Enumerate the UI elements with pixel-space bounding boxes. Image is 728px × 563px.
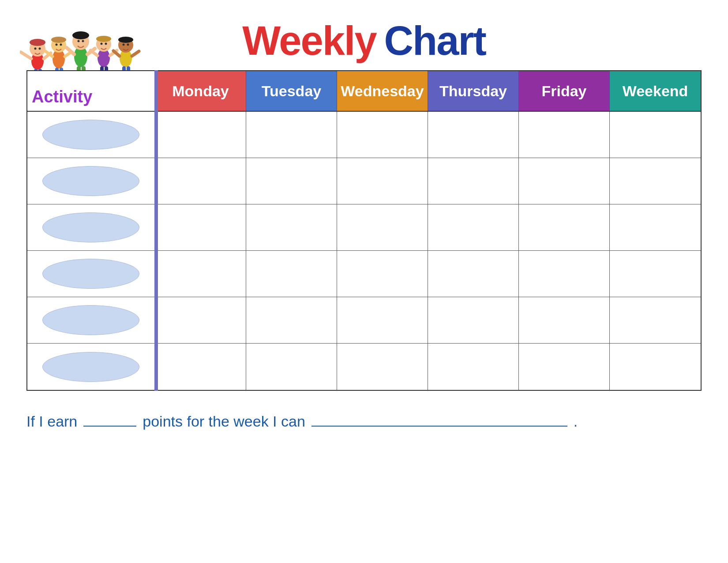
friday-cell-4 — [519, 251, 610, 297]
activity-oval-4 — [42, 259, 139, 289]
wednesday-label: Wednesday — [341, 83, 424, 100]
tuesday-cell-1 — [246, 112, 337, 158]
svg-point-8 — [39, 48, 41, 50]
activity-cell-1 — [27, 112, 155, 158]
chart-header: Activity Monday Tuesday Wednesday Thursd… — [27, 71, 701, 112]
table-row — [27, 251, 701, 297]
svg-point-40 — [101, 43, 103, 45]
svg-point-52 — [127, 44, 129, 46]
footer-blank-long[interactable] — [311, 426, 567, 427]
table-row — [27, 344, 701, 390]
friday-cell-5 — [519, 297, 610, 343]
monday-header: Monday — [155, 71, 246, 111]
tuesday-label: Tuesday — [262, 83, 321, 100]
monday-cell-4 — [155, 251, 246, 297]
wednesday-cell-2 — [337, 158, 428, 204]
thursday-cell-4 — [428, 251, 519, 297]
wednesday-cell-4 — [337, 251, 428, 297]
table-row — [27, 204, 701, 251]
thursday-header: Thursday — [428, 71, 519, 111]
thursday-cell-2 — [428, 158, 519, 204]
wednesday-cell-1 — [337, 112, 428, 158]
chart-table: Activity Monday Tuesday Wednesday Thursd… — [26, 70, 702, 391]
svg-point-29 — [78, 40, 80, 42]
activity-cell-6 — [27, 344, 155, 390]
weekend-label: Weekend — [623, 83, 688, 100]
chart-body — [27, 112, 701, 390]
weekend-cell-1 — [610, 112, 701, 158]
activity-oval-6 — [42, 352, 139, 382]
tuesday-cell-2 — [246, 158, 337, 204]
svg-point-13 — [51, 37, 66, 43]
footer-blank-short[interactable] — [83, 426, 136, 427]
weekend-cell-2 — [610, 158, 701, 204]
friday-cell-3 — [519, 204, 610, 250]
weekly-chart: Activity Monday Tuesday Wednesday Thursd… — [26, 70, 702, 391]
wednesday-header: Wednesday — [337, 71, 428, 111]
monday-cell-3 — [155, 204, 246, 250]
svg-point-51 — [123, 44, 125, 46]
svg-point-30 — [82, 40, 84, 42]
tuesday-header: Tuesday — [246, 71, 337, 111]
title-weekly: Weekly — [242, 18, 376, 64]
monday-cell-5 — [155, 297, 246, 343]
activity-oval-2 — [42, 166, 139, 196]
thursday-label: Thursday — [439, 83, 507, 100]
thursday-cell-3 — [428, 204, 519, 250]
friday-label: Friday — [541, 83, 586, 100]
footer-text: If I earn points for the week I can . — [26, 413, 578, 430]
svg-point-46 — [118, 37, 133, 43]
svg-point-24 — [72, 31, 89, 39]
monday-cell-1 — [155, 112, 246, 158]
weekend-header: Weekend — [610, 71, 701, 111]
friday-cell-2 — [519, 158, 610, 204]
svg-point-19 — [60, 44, 62, 46]
weekend-cell-5 — [610, 297, 701, 343]
weekend-cell-6 — [610, 344, 701, 390]
weekend-cell-3 — [610, 204, 701, 250]
tuesday-cell-4 — [246, 251, 337, 297]
footer-prefix: If I earn — [26, 413, 77, 430]
table-row — [27, 112, 701, 158]
tuesday-cell-6 — [246, 344, 337, 390]
tuesday-cell-5 — [246, 297, 337, 343]
activity-cell-2 — [27, 158, 155, 204]
activity-label: Activity — [32, 87, 92, 106]
monday-label: Monday — [172, 83, 229, 100]
footer-suffix: . — [574, 413, 578, 430]
svg-point-2 — [30, 39, 45, 46]
svg-point-41 — [105, 43, 107, 45]
activity-oval-1 — [42, 120, 139, 150]
friday-header: Friday — [519, 71, 610, 111]
svg-point-35 — [96, 36, 111, 42]
svg-line-49 — [113, 51, 120, 56]
svg-line-38 — [90, 50, 98, 56]
activity-cell-5 — [27, 297, 155, 343]
activity-header-cell: Activity — [27, 71, 155, 111]
title-chart: Chart — [384, 18, 486, 64]
table-row — [27, 297, 701, 344]
svg-point-7 — [34, 48, 37, 50]
svg-line-50 — [132, 51, 139, 56]
monday-cell-2 — [155, 158, 246, 204]
wednesday-cell-5 — [337, 297, 428, 343]
page: Weekly Chart Activity Monday Tuesday Wed… — [0, 0, 728, 563]
friday-cell-1 — [519, 112, 610, 158]
thursday-cell-6 — [428, 344, 519, 390]
thursday-cell-1 — [428, 112, 519, 158]
wednesday-cell-3 — [337, 204, 428, 250]
thursday-cell-5 — [428, 297, 519, 343]
tuesday-cell-3 — [246, 204, 337, 250]
activity-oval-5 — [42, 305, 139, 335]
friday-cell-6 — [519, 344, 610, 390]
svg-line-5 — [21, 52, 31, 59]
activity-oval-3 — [42, 212, 139, 242]
svg-point-18 — [56, 44, 58, 46]
weekend-cell-4 — [610, 251, 701, 297]
wednesday-cell-6 — [337, 344, 428, 390]
footer-middle: points for the week I can — [143, 413, 305, 430]
activity-cell-4 — [27, 251, 155, 297]
activity-cell-3 — [27, 204, 155, 250]
monday-cell-6 — [155, 344, 246, 390]
table-row — [27, 158, 701, 204]
